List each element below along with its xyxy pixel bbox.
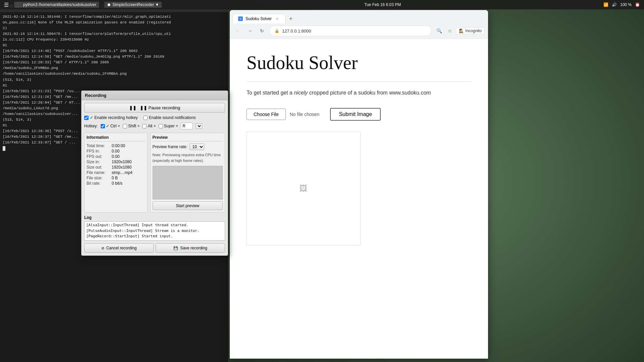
ssr-sections: Information Total time: 0:00:00 FPS in: … [84,133,225,213]
taskbar-battery: 100 % [620,2,632,7]
ssr-titlebar: Recording [82,91,228,100]
shift-checkbox[interactable] [123,124,127,128]
choose-file-button[interactable]: Choose File [247,109,286,120]
incognito-label: Incognito [465,28,482,33]
browser-tab-active[interactable]: S Sudoku Solver × [232,14,285,23]
cancel-recording-button[interactable]: ⊘ Cancel recording [84,243,154,253]
taskbar-app-terminal[interactable]: ⬛ python3 /home/vanillaskies/sudokusolve… [14,2,99,8]
taskbar-terminal-label: python3 /home/vanillaskies/sudokusolver [23,2,96,7]
shift-option[interactable]: Shift + [123,124,140,128]
terminal-line: 81 [3,43,225,48]
forward-button[interactable]: → [245,26,255,36]
enable-hotkey-checkbox[interactable] [84,116,89,120]
cancel-label: Cancel recording [106,246,137,250]
alt-label: Alt + [148,124,156,128]
tab-close-button[interactable]: × [274,16,280,21]
ctrl-checkbox[interactable] [101,124,105,128]
preview-rate-label: Preview frame rate: [153,144,187,149]
ssr-dialog: Recording ❚❚ ❚❚ Pause recording ✓ Enable… [81,90,228,256]
bookmark-button[interactable]: ☆ [445,26,454,36]
desc-italic: nicely [294,90,308,96]
address-bar[interactable]: 🔒 127.0.0.1:8000 [269,25,432,36]
preview-rate-row: Preview frame rate: 10 [153,143,223,150]
save-recording-button[interactable]: 💾 Save recording [156,243,225,253]
tab-label: Sudoku Solver [246,16,272,21]
new-tab-button[interactable]: + [286,14,296,23]
hotkey-dropdown[interactable]: R [196,123,202,129]
page-title: Sudoku Solver [247,52,471,73]
alt-option[interactable]: Alt + [142,124,156,128]
info-bit-rate: Bit rate: 0 bit/s [87,181,145,186]
ssr-body: ❚❚ ❚❚ Pause recording ✓ Enable recording… [82,100,228,255]
back-button[interactable]: ← [233,26,243,36]
taskbar-ssr-label: SimpleScreenRecorder ▼ [112,2,159,7]
file-size-label: File size: [87,176,112,180]
super-checkbox[interactable] [159,124,163,128]
ctrl-option[interactable]: ✓ Ctrl + [101,124,120,128]
ssr-bottom-buttons: ⊘ Cancel recording 💾 Save recording [84,243,225,253]
terminal-line: [16/Feb/2021 12:14:58] "GET /media/sudok… [3,54,225,60]
reload-button[interactable]: ↻ [257,26,267,36]
page-divider [247,81,471,82]
fps-in-label: FPS in: [87,149,112,154]
taskbar-app-ssr[interactable]: ⏺ SimpleScreenRecorder ▼ [104,2,162,8]
enable-sound-label: Enable sound notifications [149,115,196,120]
save-label: Save recording [180,246,207,250]
taskbar-right: 📶 🔊 100 % ⏰ [603,2,640,7]
ssr-icon: ⏺ [107,2,111,7]
terminal-line: /media/sudoku_2FXMBbA.png [3,65,225,71]
taskbar-clock: ⏰ [635,2,640,7]
ssr-options: ✓ Enable recording hotkey Enable sound n… [84,115,225,120]
log-line-3: [PageRecord::StartInput] Started input. [86,234,223,239]
browser-window: S Sudoku Solver × + ← → ↻ 🔒 127.0.0.1:80… [230,10,488,359]
pause-recording-button[interactable]: ❚❚ ❚❚ Pause recording [84,103,225,113]
info-total-time: Total time: 0:00:00 [87,143,145,148]
submit-image-button[interactable]: Submit Image [330,108,381,121]
cancel-icon: ⊘ [101,246,104,250]
alt-checkbox[interactable] [142,124,147,128]
ssr-log-section: Log [AlsaInput::InputThread] Input threa… [84,215,225,241]
incognito-icon: 🕵 [459,28,464,33]
page-description: To get started get a nicely cropped pict… [247,88,471,97]
desc-before: To get started get a [247,90,294,96]
total-time-value: 0:00:00 [112,143,125,148]
tab-favicon: S [238,16,243,21]
preview-rate-select[interactable]: 10 [190,143,204,150]
browser-tabs-bar: S Sudoku Solver × + [230,10,488,23]
size-out-value: 644x362 [112,165,131,170]
enable-sound-option[interactable]: Enable sound notifications [143,115,196,120]
taskbar-volume-icon: 🔊 [612,2,617,7]
search-button[interactable]: 🔍 [434,26,444,36]
image-preview-box: 🖼 [247,131,361,245]
size-in-value: 644x362 [112,160,131,164]
taskbar-menu-icon[interactable]: ☰ [4,2,9,8]
start-preview-button[interactable]: Start preview [153,201,223,210]
terminal-line: 2) [3,25,225,31]
shift-label: Shift + [128,124,140,128]
enable-hotkey-option[interactable]: ✓ Enable recording hotkey [84,115,138,120]
ssr-preview-title: Preview [153,135,223,141]
browser-content: Sudoku Solver To get started get a nicel… [230,39,488,359]
super-option[interactable]: Super + [159,124,178,128]
save-icon: 💾 [173,246,178,250]
terminal-icon: ⬛ [17,2,22,7]
ssr-log-title: Log [84,215,225,220]
hotkey-label: Hotkey: [84,124,98,128]
ctrl-label: ✓ Ctrl + [106,124,120,128]
terminal-line: [16/Feb/2021 12:14:40] "POST /sudokuSolv… [3,48,225,54]
ssr-log-content[interactable]: [AlsaInput::InputThread] Input thread st… [84,221,225,241]
ssr-information-section: Information Total time: 0:00:00 FPS in: … [84,133,148,213]
preview-area [153,166,223,199]
pause-icon: ❚❚ [129,105,137,110]
file-size-value: 0 B [112,176,118,180]
info-file-size: File size: 0 B [87,176,145,180]
taskbar-left: ☰ ⬛ python3 /home/vanillaskies/sudokusol… [4,2,162,8]
fps-out-label: FPS out: [87,154,112,159]
taskbar-center: Tue Feb 16 6:03 PM [162,2,603,7]
info-size-out: Size out: 644x362 [87,165,145,170]
no-file-label: No file chosen [290,112,320,117]
hotkey-key-input[interactable] [181,123,193,129]
super-label: Super + [164,124,178,128]
enable-sound-checkbox[interactable] [143,116,148,120]
terminal-line: [16/Feb/2021 12:20:33] "GET / HTTP/1.1" … [3,60,225,65]
